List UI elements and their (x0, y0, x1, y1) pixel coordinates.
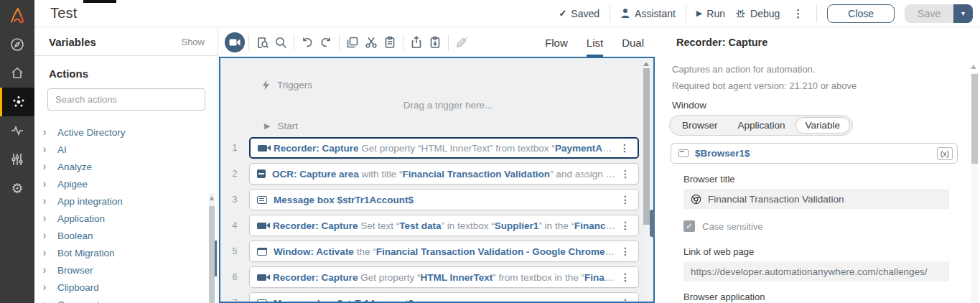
action-list: 1Recorder: Capture Get property “HTML In… (220, 137, 653, 303)
window-variable-field[interactable]: $Browser1$ (x) (671, 143, 958, 164)
run-button[interactable]: ▶ Run (696, 8, 725, 19)
find-in-flow-button[interactable] (253, 33, 271, 52)
close-button[interactable]: Close (827, 4, 895, 23)
paste-button[interactable] (381, 33, 399, 52)
inspector-scroll-up-icon[interactable] (971, 65, 976, 69)
assistant-button[interactable]: Assistant (620, 8, 676, 19)
action-card[interactable]: Window: Activate the “Financial Transact… (249, 241, 639, 262)
window-tab-application[interactable]: Application (728, 117, 795, 134)
row-number: 6 (220, 272, 249, 282)
automation-anywhere-logo[interactable] (0, 1, 34, 30)
undo-button[interactable] (298, 33, 317, 52)
annotate-button-disabled (452, 33, 471, 52)
divider (248, 34, 249, 50)
sidebar-item-app-integration[interactable]: ›App integration (34, 192, 218, 210)
messagebox-icon (257, 196, 267, 204)
row-menu-icon[interactable]: ⋮ (617, 194, 634, 205)
chevron-right-icon: › (43, 212, 57, 225)
row-number: 4 (220, 220, 249, 230)
chevron-down-icon: ▾ (961, 9, 965, 17)
action-card[interactable]: Recorder: Capture Get property “HTML Inn… (249, 137, 639, 159)
row-menu-icon[interactable]: ⋮ (617, 168, 634, 180)
divider (686, 5, 686, 22)
copy-button[interactable] (343, 33, 362, 52)
action-card[interactable]: OCR: Capture area with title “Financial … (249, 163, 639, 185)
save-button[interactable]: Save (905, 4, 953, 23)
sidebar-item-active-directory[interactable]: ›Active Directory (34, 123, 218, 141)
sidebar-item-boolean[interactable]: ›Boolean (34, 227, 218, 244)
nav-administration[interactable]: ⚙ (0, 174, 34, 202)
divider (403, 34, 403, 50)
row-menu-icon[interactable]: ⋮ (617, 220, 634, 231)
window-label: Window (656, 91, 980, 111)
sidebar-item-browser[interactable]: ›Browser (34, 261, 218, 279)
tab-list[interactable]: List (587, 28, 603, 57)
share-button[interactable] (407, 33, 426, 52)
row-menu-icon[interactable]: ⋮ (616, 142, 633, 154)
sidebar-scroll-up-icon[interactable] (210, 196, 214, 200)
variables-header: Variables Show (34, 28, 218, 56)
chevron-right-icon: › (43, 160, 57, 173)
clipboard-icon (383, 36, 396, 49)
canvas-scrollbar-thumb[interactable] (643, 68, 650, 225)
record-button[interactable] (225, 32, 245, 52)
sidebar-item-clipboard[interactable]: ›Clipboard (34, 279, 218, 296)
action-card[interactable]: Recorder: Capture Set text “Test data” i… (249, 215, 639, 236)
compass-icon (10, 37, 24, 52)
window-tab-variable[interactable]: Variable (795, 117, 851, 134)
zoom-button[interactable] (271, 33, 290, 52)
sidebar-item-apigee[interactable]: ›Apigee (34, 175, 218, 192)
inspector-scrollbar-thumb[interactable] (971, 74, 978, 164)
sidebar-scrollbar-indicator (215, 241, 217, 276)
insert-variable-button[interactable]: (x) (937, 147, 953, 160)
nav-home[interactable] (0, 59, 34, 88)
action-card[interactable]: Recorder: Capture Get property “HTML Inn… (249, 266, 639, 288)
start-section[interactable]: ▶ Start (264, 121, 298, 131)
case-sensitive-checkbox[interactable]: ✓ (683, 220, 695, 232)
window-tab-browser[interactable]: Browser (672, 117, 728, 134)
action-description: Recorder: Capture Get property “HTML Inn… (273, 272, 617, 283)
panel-resize-handle[interactable] (650, 210, 655, 237)
nav-explore[interactable] (0, 30, 34, 59)
save-dropdown-button[interactable]: ▾ (953, 4, 973, 23)
row-number: 7 (220, 298, 249, 303)
row-menu-icon[interactable]: ⋮ (617, 297, 634, 303)
category-label: Clipboard (57, 282, 99, 293)
page-title: Test (50, 5, 77, 22)
start-label: Start (277, 121, 298, 131)
action-card[interactable]: Message box $strTr1Account$⋮ (249, 292, 639, 303)
row-menu-icon[interactable]: ⋮ (617, 271, 634, 283)
tab-dual[interactable]: Dual (622, 28, 644, 57)
action-row-3: 3Message box $strTr1Account$⋮ (220, 189, 653, 210)
search-actions-input[interactable] (47, 88, 205, 111)
case-sensitive-row: ✓ Case sensitive (683, 220, 980, 232)
sidebar-item-application[interactable]: ›Application (34, 210, 218, 227)
redo-button[interactable] (317, 33, 335, 52)
saved-status: ✓ Saved (559, 8, 599, 19)
triggers-section: Triggers (262, 80, 312, 90)
sidebar-item-analyze[interactable]: ›Analyze (34, 158, 218, 175)
debug-button[interactable]: Debug (735, 8, 780, 19)
drag-trigger-hint: Drag a trigger here... (254, 100, 642, 111)
sidebar-item-comment[interactable]: ›Comment (34, 296, 218, 303)
canvas-scroll-up-icon[interactable] (643, 62, 649, 66)
more-menu-icon[interactable]: ⋮ (790, 7, 806, 20)
tab-flow[interactable]: Flow (545, 28, 568, 57)
show-variables-link[interactable]: Show (181, 37, 205, 47)
video-camera-icon (229, 38, 241, 47)
sidebar-item-bot-migration[interactable]: ›Bot Migration (34, 244, 218, 261)
canvas-scrollbar-track[interactable] (644, 58, 652, 302)
window-icon (257, 248, 267, 256)
copy-icon (346, 36, 359, 49)
row-menu-icon[interactable]: ⋮ (617, 246, 634, 257)
action-card[interactable]: Message box $strTr1Account$⋮ (249, 189, 639, 210)
nav-automation[interactable] (0, 88, 34, 116)
nav-manage[interactable] (0, 145, 34, 174)
category-label: Active Directory (57, 127, 126, 138)
nav-activity[interactable] (0, 116, 34, 145)
sidebar-scrollbar-thumb[interactable] (209, 206, 215, 303)
case-sensitive-label: Case sensitive (702, 221, 763, 232)
sidebar-item-ai[interactable]: ›AI (34, 141, 218, 158)
cut-button[interactable] (362, 33, 381, 52)
import-button[interactable] (426, 33, 444, 52)
